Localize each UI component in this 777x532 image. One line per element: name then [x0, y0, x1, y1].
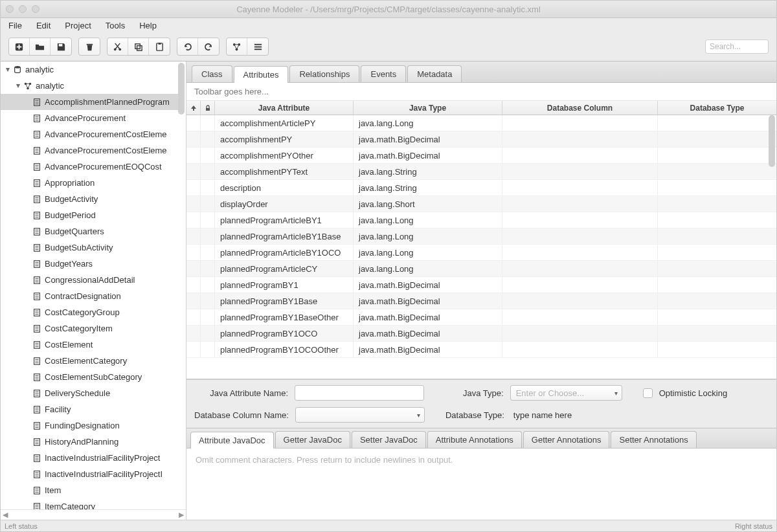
table-row[interactable]: plannedProgramBY1Basejava.math.BigDecima…: [186, 293, 776, 309]
col-lock-icon[interactable]: [201, 101, 215, 115]
status-right: Right status: [735, 522, 772, 530]
table-row[interactable]: plannedProgramArticleCYjava.lang.Long: [186, 261, 776, 277]
table-row[interactable]: plannedProgramArticleBY1Basejava.lang.Lo…: [186, 228, 776, 245]
datamap-button[interactable]: [227, 38, 247, 55]
table-row[interactable]: plannedProgramArticleBY1OCOjava.lang.Lon…: [186, 245, 776, 261]
tab-relationships[interactable]: Relationships: [289, 65, 359, 82]
close-window-icon[interactable]: [6, 5, 14, 13]
tree-entity[interactable]: AccomplishmentPlannedProgram: [1, 94, 178, 110]
search-input[interactable]: [705, 39, 769, 54]
tree-scrollbar-vertical[interactable]: [178, 63, 185, 115]
entity-icon: [32, 437, 42, 447]
tree-entity[interactable]: Facility: [1, 401, 178, 417]
tree-entity[interactable]: CostElement: [1, 337, 178, 353]
menu-file[interactable]: File: [8, 21, 22, 30]
table-row[interactable]: plannedProgramBY1OCOOtherjava.math.BigDe…: [186, 342, 776, 358]
tree-entity[interactable]: BudgetQuarters: [1, 223, 178, 239]
java-attr-name-input[interactable]: [295, 385, 424, 401]
col-java-type[interactable]: Java Type: [354, 101, 502, 115]
window-titlebar: Cayenne Modeler - /Users/mrg/Projects/CM…: [1, 1, 776, 18]
tree-entity[interactable]: Item: [1, 482, 178, 498]
db-column-name-select[interactable]: [295, 407, 425, 423]
doc-tab[interactable]: Getter JavaDoc: [275, 431, 350, 448]
entity-icon: [32, 129, 42, 140]
table-row[interactable]: accomplishmentArticlePYjava.lang.Long: [186, 115, 776, 131]
table-scrollbar-vertical[interactable]: [769, 115, 775, 167]
tree-entity[interactable]: CostElementSubCategory: [1, 369, 178, 385]
col-database-column[interactable]: Database Column: [502, 101, 658, 115]
doc-tab[interactable]: Setter JavaDoc: [352, 431, 426, 448]
delete-button[interactable]: [79, 38, 100, 55]
new-button[interactable]: [9, 38, 30, 55]
tree-entity[interactable]: CostElementCategory: [1, 353, 178, 369]
tree-entity[interactable]: BudgetSubActivity: [1, 239, 178, 256]
entity-icon: [32, 405, 42, 415]
col-database-type[interactable]: Database Type: [658, 101, 776, 115]
menu-help[interactable]: Help: [139, 21, 157, 30]
tree-entity[interactable]: AdvanceProcurementCostEleme: [1, 126, 178, 142]
tree-datamap[interactable]: analytic: [1, 78, 178, 94]
doc-textarea[interactable]: Omit comment characters. Press return to…: [186, 449, 776, 520]
doc-tab[interactable]: Setter Annotations: [611, 431, 696, 448]
save-button[interactable]: [51, 38, 71, 55]
col-java-attribute[interactable]: Java Attribute: [215, 101, 354, 115]
tree-entity[interactable]: InactiveIndustrialFacilityProjectI: [1, 466, 178, 482]
table-row[interactable]: accomplishmentPYOtherjava.math.BigDecima…: [186, 148, 776, 164]
tree-entity[interactable]: BudgetActivity: [1, 191, 178, 207]
redo-button[interactable]: [198, 38, 219, 55]
tree-entity[interactable]: HistoryAndPlanning: [1, 434, 178, 450]
svg-rect-7: [135, 43, 141, 49]
entity-tree[interactable]: analyticanalyticAccomplishmentPlannedPro…: [1, 61, 186, 509]
entity-icon: [32, 485, 42, 496]
table-row[interactable]: displayOrderjava.lang.Short: [186, 196, 776, 212]
entity-icon: [32, 324, 42, 334]
copy-button[interactable]: [128, 38, 149, 55]
zoom-window-icon[interactable]: [32, 5, 39, 13]
tree-entity[interactable]: AdvanceProcurementCostEleme: [1, 142, 178, 159]
tab-attributes[interactable]: Attributes: [234, 66, 289, 83]
menu-edit[interactable]: Edit: [36, 21, 51, 30]
table-row[interactable]: plannedProgramBY1OCOjava.math.BigDecimal: [186, 326, 776, 342]
tree-entity[interactable]: CostCategoryItem: [1, 320, 178, 337]
tree-entity[interactable]: ItemCategory: [1, 498, 178, 509]
tree-entity[interactable]: Appropriation: [1, 175, 178, 191]
table-row[interactable]: accomplishmentPYjava.math.BigDecimal: [186, 131, 776, 148]
tree-entity[interactable]: FundingDesignation: [1, 417, 178, 434]
minimize-window-icon[interactable]: [19, 5, 27, 13]
tree-entity[interactable]: DeliverySchedule: [1, 385, 178, 401]
tree-entity[interactable]: InactiveIndustrialFacilityProject: [1, 450, 178, 466]
doc-tab[interactable]: Getter Annotations: [523, 431, 610, 448]
entity-icon: [32, 502, 42, 510]
tab-metadata[interactable]: Metadata: [407, 65, 462, 82]
entity-icon: [32, 162, 42, 172]
menu-project[interactable]: Project: [65, 21, 91, 30]
list-button[interactable]: [247, 38, 268, 55]
tree-entity[interactable]: ContractDesignation: [1, 288, 178, 304]
open-button[interactable]: [30, 38, 51, 55]
tree-entity[interactable]: AdvanceProcurementEOQCost: [1, 159, 178, 175]
tree-entity[interactable]: AdvanceProcurement: [1, 110, 178, 126]
table-row[interactable]: descriptionjava.lang.String: [186, 180, 776, 196]
tab-events[interactable]: Events: [361, 65, 406, 82]
optimistic-locking-checkbox[interactable]: [643, 388, 653, 398]
svg-rect-4: [86, 43, 92, 45]
java-type-select[interactable]: Enter or Choose...: [510, 385, 622, 401]
tab-class[interactable]: Class: [192, 65, 232, 82]
table-row[interactable]: plannedProgramBY1java.math.BigDecimal: [186, 277, 776, 293]
tree-scrollbar-horizontal[interactable]: ◀▶: [1, 509, 186, 520]
cut-button[interactable]: [107, 38, 128, 55]
undo-button[interactable]: [177, 38, 198, 55]
tree-entity[interactable]: BudgetYears: [1, 256, 178, 272]
table-row[interactable]: accomplishmentPYTextjava.lang.String: [186, 164, 776, 180]
tree-entity[interactable]: CongressionalAddDetail: [1, 272, 178, 288]
tree-root[interactable]: analytic: [1, 61, 178, 78]
tree-entity[interactable]: BudgetPeriod: [1, 207, 178, 223]
doc-tab[interactable]: Attribute JavaDoc: [190, 432, 274, 449]
doc-tab[interactable]: Attribute Annotations: [427, 431, 522, 448]
menu-tools[interactable]: Tools: [106, 21, 125, 30]
paste-button[interactable]: [149, 38, 170, 55]
table-row[interactable]: plannedProgramArticleBY1java.lang.Long: [186, 212, 776, 228]
table-row[interactable]: plannedProgramBY1BaseOtherjava.math.BigD…: [186, 309, 776, 326]
tree-entity[interactable]: CostCategoryGroup: [1, 304, 178, 320]
col-inherit-icon[interactable]: [186, 101, 201, 115]
